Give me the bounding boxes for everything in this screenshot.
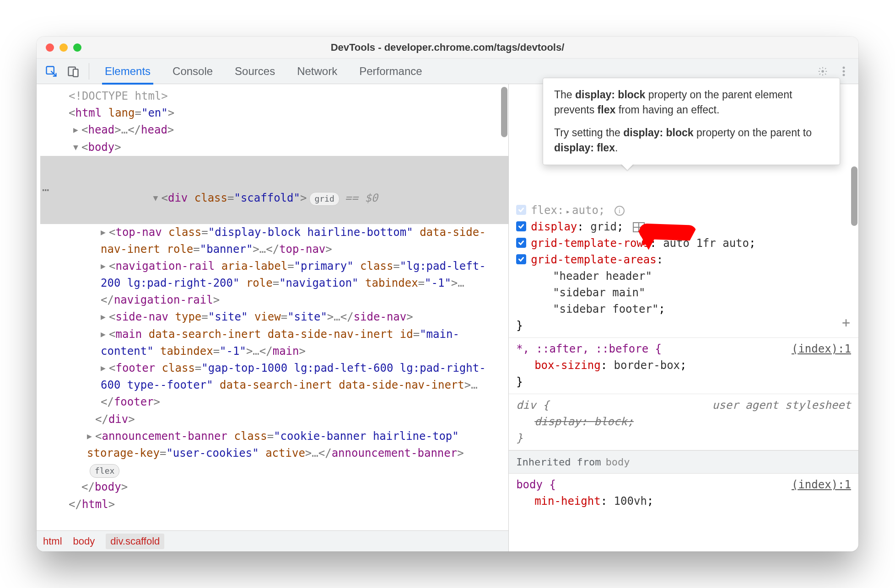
dom-sidenav[interactable]: ▶<side-nav type="site" view="site">…</si… xyxy=(40,309,508,326)
dom-navrail[interactable]: ▶<navigation-rail aria-label="primary" c… xyxy=(40,258,508,309)
tab-console[interactable]: Console xyxy=(163,59,222,84)
rule-div-ua[interactable]: user agent stylesheet div { display: blo… xyxy=(509,394,858,450)
window-controls xyxy=(46,43,81,52)
dom-main[interactable]: ▶<main data-search-inert data-side-nav-i… xyxy=(40,326,508,360)
crumb-div-scaffold[interactable]: div.scaffold xyxy=(106,534,164,549)
maximize-window-button[interactable] xyxy=(73,43,81,52)
hint-tooltip: The display: block property on the paren… xyxy=(543,78,840,165)
svg-rect-2 xyxy=(73,69,78,76)
dom-scaffold-selected[interactable]: ⋯ ▼<div class="scaffold">grid== $0 xyxy=(40,156,508,224)
svg-point-3 xyxy=(821,70,824,73)
devtools-window: DevTools - developer.chrome.com/tags/dev… xyxy=(37,37,858,551)
scrollbar[interactable] xyxy=(851,166,857,226)
crumb-body[interactable]: body xyxy=(73,535,95,547)
tab-elements[interactable]: Elements xyxy=(96,59,160,84)
dom-footer[interactable]: ▶<footer class="gap-top-1000 lg:pad-left… xyxy=(40,360,508,411)
divider xyxy=(89,63,89,80)
dom-head[interactable]: ▶<head>…</head> xyxy=(40,122,508,139)
dom-doctype[interactable]: <!DOCTYPE html> xyxy=(40,88,508,105)
tab-sources[interactable]: Sources xyxy=(226,59,284,84)
svg-point-5 xyxy=(843,70,845,72)
overridden-prop: display: block; xyxy=(516,413,851,430)
dom-banner[interactable]: ▶<announcement-banner class="cookie-bann… xyxy=(40,428,508,479)
rule-close: } xyxy=(516,317,851,334)
scrollbar[interactable] xyxy=(501,87,507,137)
source-link[interactable]: (index):1 xyxy=(792,476,851,493)
breadcrumb: html body div.scaffold xyxy=(37,530,508,551)
tab-network[interactable]: Network xyxy=(288,59,346,84)
dom-body-close[interactable]: </body> xyxy=(40,479,508,496)
titlebar: DevTools - developer.chrome.com/tags/dev… xyxy=(37,37,858,59)
gutter-dots-icon[interactable]: ⋯ xyxy=(42,181,50,199)
ua-stylesheet-label: user agent stylesheet xyxy=(712,397,851,413)
layout-badge-flex[interactable]: flex xyxy=(90,464,119,478)
rule-close: } xyxy=(516,430,851,446)
svg-point-6 xyxy=(843,74,845,76)
inherited-from-header: Inherited frombody xyxy=(509,450,858,474)
svg-point-4 xyxy=(843,66,845,69)
prop-checkbox[interactable] xyxy=(516,254,526,264)
minimize-window-button[interactable] xyxy=(59,43,68,52)
source-link[interactable]: (index):1 xyxy=(792,341,851,357)
info-icon[interactable]: i xyxy=(615,206,625,216)
dom-html-open[interactable]: <html lang="en"> xyxy=(40,105,508,122)
prop-checkbox[interactable] xyxy=(516,238,526,248)
close-window-button[interactable] xyxy=(46,43,54,52)
add-property-icon[interactable]: + xyxy=(842,312,850,333)
rule-universal[interactable]: (index):1 *, ::after, ::before { box-siz… xyxy=(509,338,858,394)
eq0-label: == $0 xyxy=(345,192,378,204)
prop-checkbox[interactable] xyxy=(516,221,526,231)
prop-checkbox-unchecked[interactable] xyxy=(516,205,526,215)
inspect-icon[interactable] xyxy=(42,62,60,80)
layout-badge-grid[interactable]: grid xyxy=(309,192,339,206)
window-title: DevTools - developer.chrome.com/tags/dev… xyxy=(37,42,858,53)
rule-close: } xyxy=(516,374,851,390)
rule-body[interactable]: (index):1 body { min-height: 100vh; xyxy=(509,474,858,513)
crumb-html[interactable]: html xyxy=(43,535,62,547)
inherited-from-link[interactable]: body xyxy=(606,456,630,468)
dom-body-open[interactable]: ▼<body> xyxy=(40,139,508,156)
device-toggle-icon[interactable] xyxy=(64,62,82,80)
elements-panel: <!DOCTYPE html> <html lang="en"> ▶<head>… xyxy=(37,84,508,551)
dom-tree[interactable]: <!DOCTYPE html> <html lang="en"> ▶<head>… xyxy=(37,84,508,530)
dom-div-close[interactable]: </div> xyxy=(40,411,508,428)
dom-topnav[interactable]: ▶<top-nav class="display-block hairline-… xyxy=(40,224,508,258)
tab-performance[interactable]: Performance xyxy=(350,59,431,84)
dom-html-close[interactable]: </html> xyxy=(40,496,508,513)
